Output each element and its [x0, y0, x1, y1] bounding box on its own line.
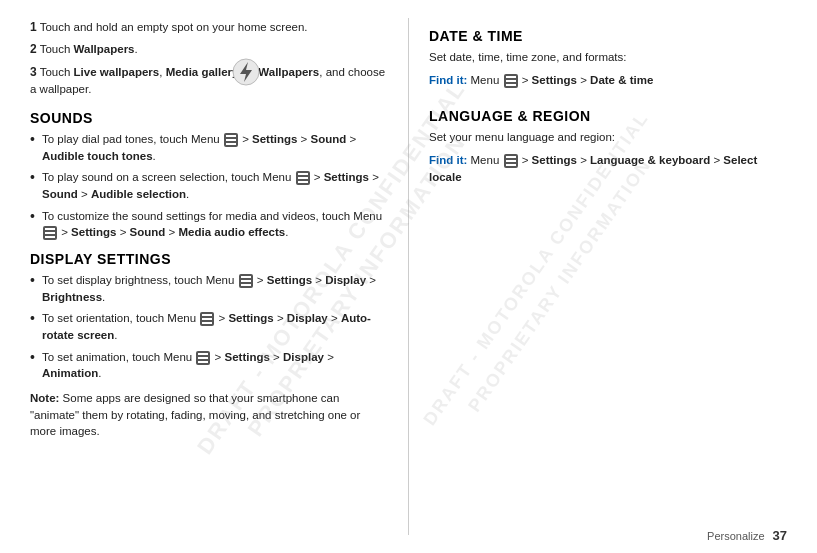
- date-time-find-it: Find it: Menu > Settings > Date & time: [429, 72, 787, 89]
- step-3-num: 3: [30, 65, 37, 79]
- step-1: 1 Touch and hold an empty spot on your h…: [30, 18, 388, 36]
- note-label: Note:: [30, 392, 59, 404]
- page-container: 1 Touch and hold an empty spot on your h…: [0, 0, 817, 553]
- sounds-title: SOUNDS: [30, 110, 388, 126]
- sounds-section: SOUNDS To play dial pad tones, touch Men…: [30, 110, 388, 241]
- menu-icon-4: [239, 274, 253, 288]
- menu-icon-8: [504, 154, 518, 168]
- step-2-text: Touch Wallpapers.: [40, 43, 138, 55]
- footer-label: Personalize: [707, 530, 764, 542]
- language-find-it: Find it: Menu > Settings > Language & ke…: [429, 152, 787, 187]
- menu-icon-6: [196, 351, 210, 365]
- page-footer: Personalize 37: [707, 528, 787, 543]
- date-time-title: DATE & TIME: [429, 28, 787, 44]
- flash-icon: [232, 58, 260, 86]
- date-time-section: DATE & TIME Set date, time, time zone, a…: [429, 28, 787, 90]
- step-3: 3 Touch Live wallpapers, Media gallery, …: [30, 63, 388, 99]
- language-title: LANGUAGE & REGION: [429, 108, 787, 124]
- display-bullets: To set display brightness, touch Menu > …: [30, 272, 388, 382]
- left-column: 1 Touch and hold an empty spot on your h…: [30, 18, 408, 535]
- sounds-bullet-2: To play sound on a screen selection, tou…: [30, 169, 388, 202]
- language-path: Menu > Settings > Language & keyboard > …: [429, 154, 757, 183]
- menu-icon-5: [200, 312, 214, 326]
- sounds-bullet-3: To customize the sound settings for medi…: [30, 208, 388, 241]
- note-body: Some apps are designed so that your smar…: [30, 392, 360, 437]
- step-2-num: 2: [30, 42, 37, 56]
- language-section: LANGUAGE & REGION Set your menu language…: [429, 108, 787, 187]
- sounds-bullets: To play dial pad tones, touch Menu > Set…: [30, 131, 388, 241]
- step-1-num: 1: [30, 20, 37, 34]
- step-2: 2 Touch Wallpapers.: [30, 40, 388, 58]
- menu-icon-2: [296, 171, 310, 185]
- language-description: Set your menu language and region:: [429, 129, 787, 146]
- sounds-bullet-1: To play dial pad tones, touch Menu > Set…: [30, 131, 388, 164]
- step-list: 1 Touch and hold an empty spot on your h…: [30, 18, 388, 98]
- step-1-text: Touch and hold an empty spot on your hom…: [40, 21, 308, 33]
- menu-icon-3: [43, 226, 57, 240]
- display-bullet-1: To set display brightness, touch Menu > …: [30, 272, 388, 305]
- date-time-description: Set date, time, time zone, and formats:: [429, 49, 787, 66]
- right-column: DATE & TIME Set date, time, time zone, a…: [408, 18, 787, 535]
- menu-icon: [224, 133, 238, 147]
- display-note: Note: Some apps are designed so that you…: [30, 390, 388, 440]
- step-3-text: Touch Live wallpapers, Media gallery, or…: [30, 66, 385, 95]
- language-find-it-label: Find it:: [429, 154, 467, 166]
- display-bullet-2: To set orientation, touch Menu > Setting…: [30, 310, 388, 343]
- page-number: 37: [773, 528, 787, 543]
- date-time-find-it-label: Find it:: [429, 74, 467, 86]
- display-section: DISPLAY SETTINGS To set display brightne…: [30, 251, 388, 440]
- date-time-path: Menu > Settings > Date & time: [471, 74, 654, 86]
- display-title: DISPLAY SETTINGS: [30, 251, 388, 267]
- menu-icon-7: [504, 74, 518, 88]
- display-bullet-3: To set animation, touch Menu > Settings …: [30, 349, 388, 382]
